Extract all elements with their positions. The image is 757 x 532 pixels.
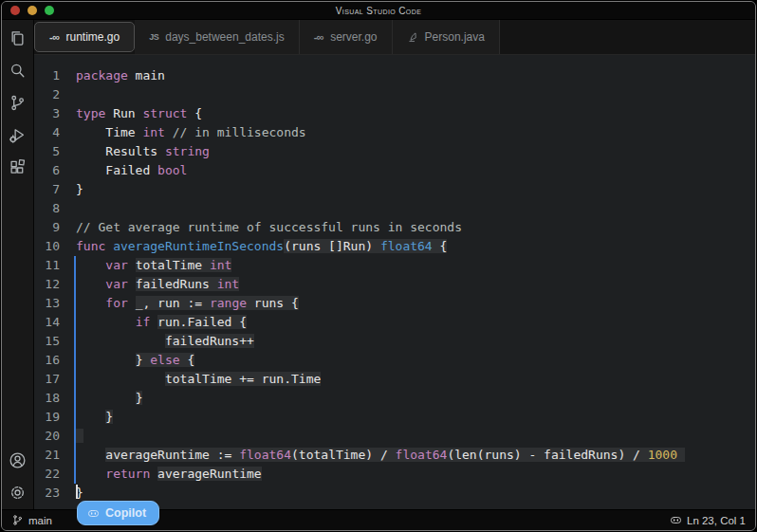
code-line: 13 for _, run := range runs {: [34, 294, 755, 313]
copilot-button-label: Copilot: [105, 506, 146, 520]
token: }: [136, 391, 143, 405]
copilot-icon: [87, 507, 100, 520]
files-icon[interactable]: [7, 27, 29, 49]
tab-runtime.go[interactable]: -∞runtime.go: [34, 22, 135, 52]
code-line: 7}: [34, 180, 755, 199]
line-number: 4: [34, 123, 69, 142]
vscode-window: Visual Studio Code -∞runtime.goJSdays_be…: [1, 1, 756, 531]
indent-guide: [74, 446, 76, 465]
token: [76, 448, 105, 462]
code-text: package main: [69, 66, 165, 85]
code-line: 12 var failedRuns int: [34, 275, 755, 294]
code-line: 6 Failed bool: [34, 161, 755, 180]
token: [128, 258, 136, 272]
line-number: 5: [34, 142, 69, 161]
code-line: 1package main: [34, 66, 755, 85]
code-text: } else {: [69, 351, 194, 370]
tab-days_between_dates.js[interactable]: JSdays_between_dates.js: [135, 20, 299, 54]
token: // Get average runtime of successful run…: [76, 220, 462, 234]
minimize-button[interactable]: [28, 6, 37, 15]
line-number: 20: [34, 427, 69, 446]
code-line: 22 return averageRuntime: [34, 465, 755, 484]
token: return: [105, 467, 150, 481]
token: totalTime: [136, 258, 210, 272]
line-number: 6: [34, 161, 69, 180]
tab-label: server.go: [330, 30, 377, 44]
code-editor[interactable]: 1package main23type Run struct {4 Time i…: [34, 55, 755, 509]
token: package: [76, 68, 128, 83]
code-text: [69, 199, 76, 218]
token: {: [180, 353, 195, 367]
token: [150, 467, 157, 481]
token: [76, 410, 105, 424]
code-text: type Run struct {: [69, 104, 202, 123]
token: averageRuntime :=: [105, 448, 239, 462]
run-debug-icon[interactable]: [7, 123, 29, 146]
indent-guide: [74, 332, 76, 351]
token: if: [136, 315, 151, 329]
window-title: Visual Studio Code: [336, 6, 422, 16]
token: float64: [380, 239, 433, 253]
code-text: totalTime += run.Time: [69, 370, 321, 389]
extensions-icon[interactable]: [7, 156, 29, 178]
tab-label: Person.java: [425, 30, 485, 44]
token: }: [105, 410, 113, 424]
line-number: 2: [34, 85, 69, 104]
tab-label: runtime.go: [66, 30, 120, 44]
token: [76, 353, 136, 367]
git-branch-icon[interactable]: [7, 91, 29, 114]
indent-guide: [74, 465, 76, 484]
indent-guide: [74, 389, 76, 408]
code-line: 19 }: [34, 408, 755, 427]
code-text: return averageRuntime: [69, 465, 262, 484]
line-number: 17: [34, 370, 69, 389]
token: int: [217, 277, 239, 291]
code-line: 18 }: [34, 389, 755, 408]
maximize-button[interactable]: [45, 6, 54, 15]
indent-guide: [74, 294, 76, 313]
activity-bar: [2, 20, 34, 509]
token: for: [105, 296, 127, 310]
copilot-status-icon: [670, 514, 682, 526]
token: struct: [142, 106, 187, 120]
code-text: Time int // in milliseconds: [69, 123, 306, 142]
code-text: var totalTime int: [69, 256, 231, 275]
code-line: 9// Get average runtime of successful ru…: [34, 218, 755, 237]
token: }: [76, 182, 83, 196]
line-number: 23: [34, 484, 69, 503]
token: range: [210, 296, 247, 310]
line-number: 16: [34, 351, 69, 370]
line-number: 21: [34, 446, 69, 465]
token: (totalTime) /: [291, 448, 396, 462]
code-text: [69, 85, 76, 104]
token: run.Failed {: [157, 315, 247, 329]
token: 1000: [648, 448, 677, 462]
gear-icon[interactable]: [7, 481, 29, 504]
git-branch-indicator[interactable]: main: [11, 514, 52, 526]
indent-guide: [74, 256, 76, 275]
code-text: }: [69, 484, 83, 503]
code-text: func averageRuntimeInSeconds(runs []Run)…: [69, 237, 447, 256]
close-button[interactable]: [10, 6, 20, 15]
token: [76, 296, 105, 310]
token: float64: [239, 448, 291, 462]
cursor-position-indicator[interactable]: Ln 23, Col 1: [670, 514, 746, 526]
code-text: failedRuns++: [69, 332, 254, 351]
line-number: 1: [34, 66, 69, 85]
window-controls: [10, 2, 54, 19]
token: int: [210, 258, 231, 272]
account-icon[interactable]: [7, 449, 29, 471]
tab-Person.java[interactable]: Person.java: [393, 20, 500, 54]
code-line: 17 totalTime += run.Time: [34, 370, 755, 389]
token: [128, 277, 136, 291]
copilot-button[interactable]: Copilot: [77, 501, 159, 525]
code-line: 20: [34, 427, 755, 446]
search-icon[interactable]: [7, 59, 29, 82]
editor-group: -∞runtime.goJSdays_between_dates.js-∞ser…: [34, 20, 755, 509]
tab-server.go[interactable]: -∞server.go: [300, 20, 393, 54]
go-file-icon: -∞: [49, 31, 60, 43]
token: totalTime += run.Time: [165, 372, 321, 386]
code-line: 16 } else {: [34, 351, 755, 370]
line-number: 14: [34, 313, 69, 332]
token: }: [136, 353, 151, 367]
